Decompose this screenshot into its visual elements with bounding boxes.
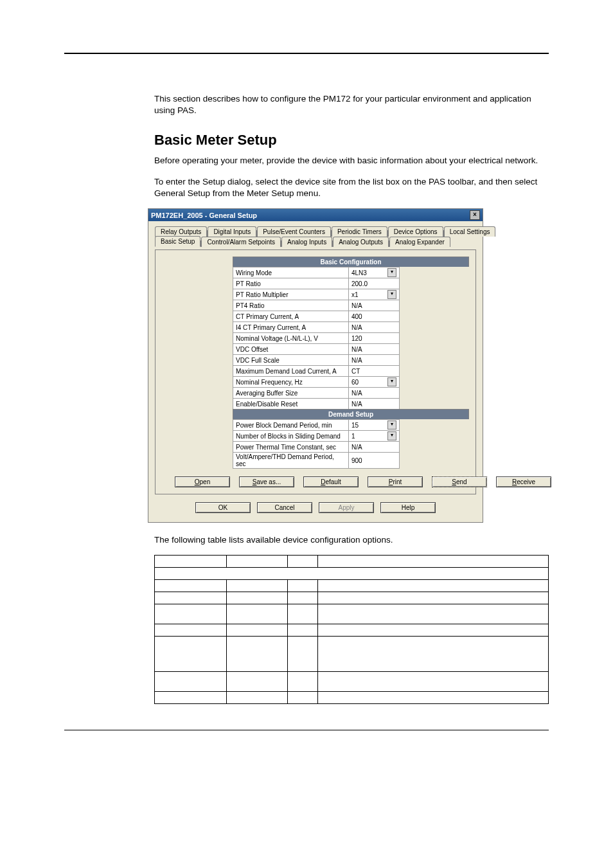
params-row: PT Ratio1.0-6500.01.0The phase potential… [155, 592, 549, 604]
config-row: PT4 RatioN/A [233, 300, 400, 311]
config-label: Volt/Ampere/THD Demand Period, sec [233, 453, 349, 469]
dialog-buttons-row1: OpenSave as...DefaultPrintSendReceive [162, 476, 469, 487]
header-left: Chapter 5 Configuring the PM172 [64, 26, 170, 33]
chapter-title: Chapter 5 Configuring the PM172 [64, 67, 549, 87]
config-value[interactable]: 200.0 [349, 278, 400, 289]
para1: Before operating your meter, provide the… [154, 155, 549, 167]
config-value[interactable]: 60▾ [349, 377, 400, 388]
config-row: Volt/Ampere/THD Demand Period, sec900 [233, 453, 400, 469]
params-col-parameter: Parameter [155, 556, 227, 568]
config-label: VDC Full Scale [233, 355, 349, 366]
config-value[interactable]: N/A [349, 300, 400, 311]
open-button[interactable]: Open [175, 476, 230, 487]
config-label: PT Ratio Multiplier [233, 289, 349, 300]
tab-local-settings[interactable]: Local Settings [444, 226, 496, 237]
help-button[interactable]: Help [380, 502, 436, 513]
tab-analog-outputs[interactable]: Analog Outputs [333, 237, 389, 247]
config-value[interactable]: N/A [349, 355, 400, 366]
tab-periodic-timers[interactable]: Periodic Timers [332, 226, 387, 237]
tab-analog-inputs[interactable]: Analog Inputs [281, 237, 332, 247]
chevron-down-icon[interactable]: ▾ [387, 420, 396, 429]
table-caption: The following table lists available devi… [154, 534, 549, 546]
chevron-down-icon[interactable]: ▾ [387, 290, 396, 299]
basic-config-table: Wiring Mode4LN3▾PT Ratio200.0PT Ratio Mu… [233, 267, 400, 410]
close-icon[interactable]: × [470, 210, 480, 220]
config-value[interactable]: CT [349, 366, 400, 377]
tab-panel: Basic Configuration Wiring Mode4LN3▾PT R… [155, 249, 476, 494]
config-row: VDC Full ScaleN/A [233, 355, 400, 366]
tabs-row-back: Relay OutputsDigital InputsPulse/Event C… [155, 226, 476, 237]
config-value[interactable]: N/A [349, 442, 400, 453]
params-row: Nominal voltage120 or 400 V (120 V input… [155, 637, 549, 672]
config-value[interactable]: N/A [349, 322, 400, 333]
section-title: Basic Meter Setup [154, 132, 549, 149]
config-row: Number of Blocks in Sliding Demand1▾ [233, 431, 400, 442]
config-label: Wiring Mode [233, 267, 349, 278]
config-row: PT Ratio Multiplierx1▾ [233, 289, 400, 300]
config-value[interactable]: N/A [349, 388, 400, 399]
dialog-buttons-row2: OKCancelApplyHelp [155, 502, 476, 516]
config-value[interactable]: 400 [349, 311, 400, 322]
config-value[interactable]: 1▾ [349, 431, 400, 442]
footer-left: Series PM172 Powermeters [64, 734, 145, 741]
tab-analog-expander[interactable]: Analog Expander [389, 237, 450, 247]
config-row: Power Thermal Time Constant, secN/A [233, 442, 400, 453]
params-header-row: ParameterOptionsDefaultDescription [155, 556, 549, 568]
config-row: Enable/Disable ResetN/A [233, 399, 400, 410]
dialog-title: PM172EH_2005 - General Setup [151, 212, 257, 219]
chevron-down-icon[interactable]: ▾ [387, 268, 396, 277]
intro-para: This section describes how to configure … [154, 93, 549, 116]
basic-config-header: Basic Configuration [233, 257, 469, 267]
config-row: CT Primary Current, A400 [233, 311, 400, 322]
tab-device-options[interactable]: Device Options [388, 226, 443, 237]
config-label: PT4 Ratio [233, 300, 349, 311]
config-label: VDC Offset [233, 344, 349, 355]
cancel-button[interactable]: Cancel [257, 502, 312, 513]
tab-relay-outputs[interactable]: Relay Outputs [155, 226, 207, 237]
config-label: Power Block Demand Period, min [233, 420, 349, 431]
footer-right: 61 [542, 734, 549, 741]
para2: To enter the Setup dialog, select the de… [154, 176, 549, 199]
params-row: Nominal Frequency50, 60 Hz50 HzThe nomin… [155, 692, 549, 704]
config-row: Wiring Mode4LN3▾ [233, 267, 400, 278]
config-label: Enable/Disable Reset [233, 399, 349, 410]
config-label: Nominal Frequency, Hz [233, 377, 349, 388]
params-col-default: Default [288, 556, 318, 568]
params-row: Maximum demand load current0-50000 A0 (=… [155, 672, 549, 692]
save-as--button[interactable]: Save as... [239, 476, 294, 487]
config-label: Nominal Voltage (L-N/L-L), V [233, 333, 349, 344]
send-button[interactable]: Send [432, 476, 487, 487]
config-row: PT Ratio200.0 [233, 278, 400, 289]
params-row: CT Primary current1-50000 A5 AThe primar… [155, 624, 549, 637]
config-value[interactable]: 15▾ [349, 420, 400, 431]
config-label: CT Primary Current, A [233, 311, 349, 322]
default-button[interactable]: Default [303, 476, 359, 487]
chevron-down-icon[interactable]: ▾ [387, 377, 396, 386]
tabs-row-front: Basic SetupControl/Alarm SetpointsAnalog… [155, 236, 476, 247]
receive-button[interactable]: Receive [496, 476, 551, 487]
tab-digital-inputs[interactable]: Digital Inputs [208, 226, 256, 237]
config-row: Averaging Buffer SizeN/A [233, 388, 400, 399]
config-row: Nominal Frequency, Hz60▾ [233, 377, 400, 388]
config-label: PT Ratio [233, 278, 349, 289]
config-value[interactable]: 900 [349, 453, 400, 469]
demand-setup-table: Power Block Demand Period, min15▾Number … [233, 419, 400, 469]
config-value[interactable]: N/A [349, 399, 400, 410]
config-label: Averaging Buffer Size [233, 388, 349, 399]
tab-control-alarm-setpoints[interactable]: Control/Alarm Setpoints [201, 237, 281, 247]
tab-pulse-event-counters[interactable]: Pulse/Event Counters [257, 226, 331, 237]
config-row: Maximum Demand Load Current, ACT [233, 366, 400, 377]
config-value[interactable]: x1▾ [349, 289, 400, 300]
config-row: VDC OffsetN/A [233, 344, 400, 355]
ok-button[interactable]: OK [195, 502, 251, 513]
chevron-down-icon[interactable]: ▾ [387, 431, 396, 440]
config-value[interactable]: N/A [349, 344, 400, 355]
config-value[interactable]: 4LN3▾ [349, 267, 400, 278]
header-right: Basic Meter Setup [491, 26, 549, 33]
tab-basic-setup[interactable]: Basic Setup [155, 236, 200, 247]
print-button[interactable]: Print [368, 476, 423, 487]
config-row: I4 CT Primary Current, AN/A [233, 322, 400, 333]
config-value[interactable]: 120 [349, 333, 400, 344]
demand-setup-header: Demand Setup [233, 409, 469, 419]
params-row: Wiring modeSee Table below4LN3The wiring… [155, 580, 549, 592]
